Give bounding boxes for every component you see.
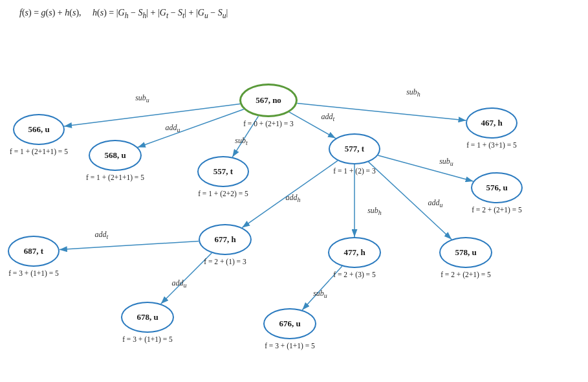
node-n557: 557, t (197, 156, 249, 187)
node-f-n568: f = 1 + (2+1+1) = 5 (70, 174, 160, 181)
svg-line-2 (138, 109, 244, 148)
node-f-n577: f = 1 + (2) = 3 (309, 167, 400, 175)
node-f-n678: f = 3 + (1+1) = 5 (102, 335, 193, 343)
node-f-n578: f = 2 + (2+1) = 5 (420, 271, 511, 278)
node-n467: 467, h (466, 107, 517, 139)
node-f-n676: f = 3 + (1+1) = 5 (245, 342, 335, 350)
node-f-n677: f = 2 + (1) = 3 (180, 258, 270, 265)
node-n677: 677, h (199, 224, 252, 255)
node-f-n467: f = 1 + (3+1) = 5 (446, 141, 537, 149)
svg-line-10 (60, 241, 199, 249)
node-n577: 577, t (329, 133, 380, 164)
node-root: 567, no (239, 84, 298, 117)
node-n578: 578, u (439, 237, 492, 268)
svg-line-5 (297, 103, 466, 120)
formula-line2: f(s) = g(s) + h(s), h(s) = |Gh − Sh| + |… (19, 8, 228, 20)
node-f-n687: f = 3 + (1+1) = 5 (0, 269, 79, 277)
node-n678: 678, u (121, 302, 174, 333)
formulas: f(s) = g(s) + h(s), h(s) = |Gh − Sh| + |… (19, 6, 228, 20)
node-f-n576: f = 2 + (2+1) = 5 (452, 206, 542, 214)
node-f-n477: f = 2 + (3) = 5 (309, 271, 400, 278)
node-n676: 676, u (263, 308, 316, 339)
node-n687: 687, t (8, 236, 60, 267)
node-n477: 477, h (328, 237, 381, 268)
node-n566: 566, u (13, 114, 65, 145)
svg-line-1 (64, 104, 240, 126)
node-n576: 576, u (471, 172, 523, 203)
node-f-n557: f = 1 + (2+2) = 5 (178, 190, 268, 197)
node-f-n566: f = 1 + (2+1+1) = 5 (0, 148, 84, 155)
header: f(s) = g(s) + h(s), h(s) = |Gh − Sh| + |… (6, 6, 228, 20)
node-n568: 568, u (89, 140, 142, 171)
node-f-root: f = 0 + (2+1) = 3 (223, 120, 314, 128)
